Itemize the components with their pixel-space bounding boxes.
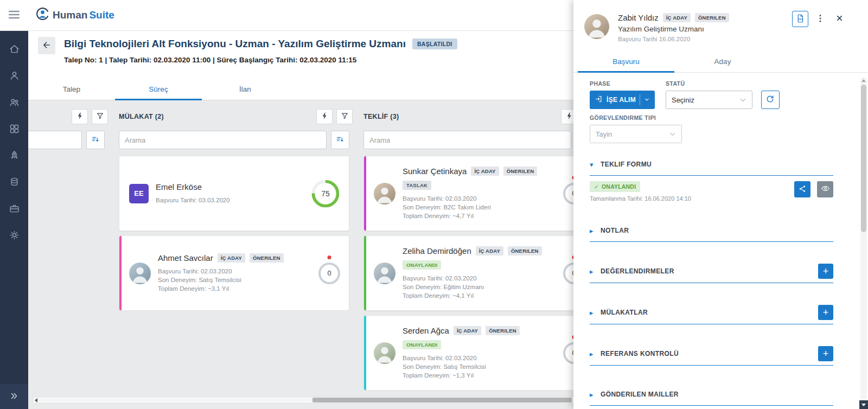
kanban-column-partial — [28, 109, 111, 409]
add-evaluation-button[interactable]: + — [818, 264, 833, 279]
scroll-down-button[interactable] — [859, 400, 868, 409]
sort-button[interactable] — [86, 131, 105, 149]
card-meta: Başvuru Tarihi: 02.03.2020 Son Deneyim: … — [403, 354, 557, 380]
candidate-card[interactable]: EE Emel Erköse Başvuru Tarihi: 03.03.202… — [119, 156, 349, 231]
search-input[interactable] — [363, 131, 571, 149]
drawer-scrollbar[interactable] — [860, 77, 867, 400]
chevron-right-icon: ▸ — [590, 391, 601, 399]
last-experience: Son Deneyim: Eğitim Uzmanı — [403, 283, 557, 291]
card-main: Serden Ağca İÇ ADAY ÖNERILEN ONAYLANDI B… — [403, 326, 557, 380]
divider — [640, 94, 640, 105]
section-notes-header[interactable]: ▸ NOTLAR — [590, 223, 833, 238]
section-underline — [590, 405, 833, 406]
search-input[interactable] — [119, 131, 327, 149]
sidebar-item-organization[interactable] — [0, 196, 28, 222]
rocket-icon — [9, 150, 20, 163]
assignment-type-dropdown[interactable]: Tayin — [590, 125, 682, 143]
menu-button[interactable] — [0, 0, 28, 30]
close-drawer-button[interactable] — [832, 11, 846, 27]
modules-icon — [9, 123, 20, 136]
column-actions-button[interactable] — [72, 109, 88, 124]
back-button[interactable] — [38, 37, 55, 54]
sidebar-item-compensation[interactable] — [0, 169, 28, 196]
drawer-scrollbar-thumb[interactable] — [861, 85, 866, 232]
sort-button[interactable] — [331, 131, 349, 149]
hamburger-icon — [9, 10, 20, 21]
kebab-menu-icon — [815, 14, 825, 25]
candidate-drawer: Zabit Yıldız İÇ ADAY ÖNERILEN Yazılım Ge… — [573, 0, 868, 409]
section-interviews-header[interactable]: ▸ MÜLAKATLAR + — [590, 305, 833, 320]
column-title: TEKLİF (3) — [363, 113, 399, 120]
status-dropdown[interactable]: Seçiniz — [666, 91, 752, 109]
candidate-card[interactable]: Zeliha Demirdöğen İÇ ADAY ÖNERILEN ONAYL… — [363, 235, 594, 311]
column-search-row — [119, 131, 356, 149]
section-references-header[interactable]: ▸ REFERANS KONTROLÜ + — [590, 346, 833, 361]
card-main: Zeliha Demirdöğen İÇ ADAY ÖNERILEN ONAYL… — [403, 246, 557, 300]
offer-status-badge: ONAYLANDI — [403, 340, 441, 349]
application-date: Başvuru Tarihi: 02.03.2020 — [403, 274, 557, 283]
chevron-down-icon — [644, 96, 650, 104]
more-options-button[interactable] — [814, 11, 826, 27]
match-score-value: 75 — [311, 179, 340, 208]
candidate-card[interactable]: Serden Ağca İÇ ADAY ÖNERILEN ONAYLANDI B… — [363, 315, 594, 391]
sidebar-item-profile[interactable] — [0, 63, 28, 90]
candidate-photo — [374, 263, 395, 284]
sidebar-item-performance[interactable] — [0, 143, 28, 169]
gear-icon — [9, 229, 20, 242]
export-pdf-button[interactable]: PDF — [792, 11, 808, 27]
candidate-card[interactable]: Ahmet Savcılar İÇ ADAY ÖNERILEN Başvuru … — [119, 235, 349, 311]
tab-ilan[interactable]: İlan — [202, 80, 289, 100]
phase-status-row: PHASE İŞE ALIM STATÜ Seçiniz — [590, 80, 833, 109]
horizontal-scrollbar-thumb[interactable] — [312, 398, 572, 402]
search-input[interactable] — [28, 131, 82, 149]
sidebar-item-home[interactable] — [0, 36, 28, 63]
share-offer-button[interactable] — [794, 181, 810, 197]
pdf-file-icon: PDF — [795, 14, 805, 25]
drawer-header: Zabit Yıldız İÇ ADAY ÖNERILEN Yazılım Ge… — [573, 0, 868, 52]
tab-talep[interactable]: Talep — [28, 80, 115, 100]
card-main: Ahmet Savcılar İÇ ADAY ÖNERILEN Başvuru … — [158, 253, 312, 293]
section-title: REFERANS KONTROLÜ — [601, 350, 679, 357]
column-filter-button[interactable] — [92, 109, 108, 124]
chevron-right-icon: ▸ — [590, 309, 601, 317]
last-experience: Son Deneyim: Satış Temsilcisi — [403, 362, 557, 371]
match-score-ring: 75 — [311, 179, 340, 208]
lightning-icon — [76, 112, 84, 122]
reset-status-button[interactable] — [761, 91, 780, 109]
section-sent-mails-header[interactable]: ▸ GÖNDERILEN MAILLER — [590, 387, 833, 401]
sidebar-expand-button[interactable] — [0, 384, 28, 409]
organization-icon — [9, 203, 20, 216]
add-reference-check-button[interactable]: + — [818, 346, 833, 361]
scroll-up-arrow-icon[interactable] — [861, 79, 866, 82]
tab-surec[interactable]: Süreç — [115, 80, 202, 100]
sidebar-item-settings[interactable] — [0, 222, 28, 249]
scroll-left-arrow-icon[interactable] — [35, 398, 37, 402]
finance-icon — [9, 176, 20, 189]
column-filter-button[interactable] — [336, 109, 353, 124]
candidate-card[interactable]: Sunkar Çetinkaya İÇ ADAY ÖNERILEN TASLAK… — [363, 156, 594, 231]
card-meta: Başvuru Tarihi: 02.03.2020 Son Deneyim: … — [403, 194, 557, 220]
phase-dropdown[interactable]: İŞE ALIM — [590, 91, 655, 109]
sidebar-item-candidates[interactable] — [0, 90, 28, 116]
sidebar-item-modules[interactable] — [0, 116, 28, 143]
tab-aday[interactable]: Aday — [674, 52, 771, 73]
candidate-photo — [129, 263, 151, 284]
column-header: TEKLİF (3) — [363, 109, 601, 124]
sidebar — [0, 31, 28, 409]
section-notes: ▸ NOTLAR — [590, 223, 833, 242]
offer-actions — [794, 181, 833, 197]
add-interview-button[interactable]: + — [818, 305, 833, 320]
candidate-photo — [374, 183, 395, 204]
section-evaluations-header[interactable]: ▸ DEĞERLENDIRMELER + — [590, 264, 833, 279]
recommended-badge: ÖNERILEN — [508, 246, 542, 255]
column-actions-button[interactable] — [316, 109, 333, 124]
candidate-photo — [374, 342, 395, 364]
horizontal-scrollbar[interactable] — [33, 397, 575, 404]
tab-basvuru[interactable]: Başvuru — [578, 52, 674, 73]
user-icon — [9, 70, 20, 83]
view-offer-button[interactable] — [817, 181, 833, 197]
share-icon — [798, 184, 807, 195]
section-offer-form-header[interactable]: ▾ TEKLIF FORMU — [590, 157, 833, 171]
status-group: STATÜ Seçiniz — [666, 80, 752, 109]
app-logo[interactable]: Human Suite — [36, 7, 114, 23]
